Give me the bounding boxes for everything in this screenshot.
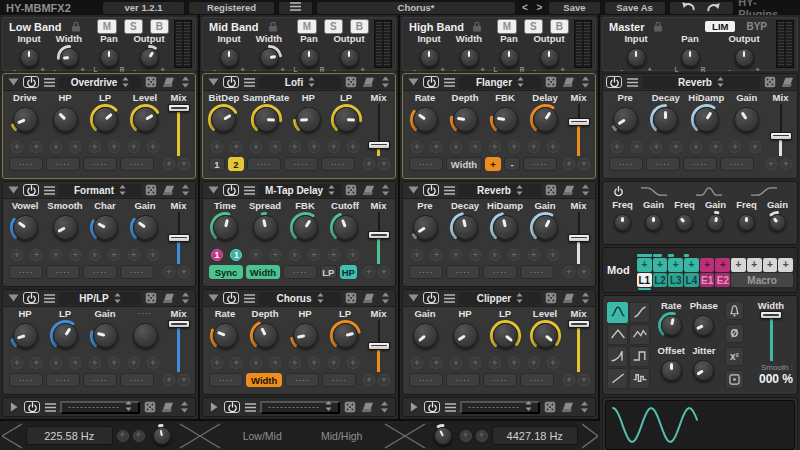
mod-assign-button[interactable]: ···· [409,373,443,387]
bypass-button[interactable]: B [550,19,569,34]
mod-assign-button[interactable]: ···· [446,373,480,387]
dice-icon[interactable] [544,76,558,89]
mod-assign-button[interactable]: ···· [483,265,517,279]
slider-handle[interactable] [568,320,590,328]
1-button[interactable]: 1 [209,157,225,171]
save-button[interactable]: Save [549,2,599,14]
updown-icon[interactable] [577,401,591,414]
pan-knob[interactable]: LR [296,44,323,71]
eq-freq2-knob[interactable] [672,210,697,235]
fbk-knob[interactable] [289,211,322,244]
vowel-knob[interactable] [9,211,42,244]
mod-slot-plus[interactable]: + [450,249,462,261]
hp-knob[interactable] [449,319,482,352]
tab-lfo4[interactable]: L4 [684,273,699,287]
mod-assign-button[interactable]: ···· [120,265,154,279]
hp-knob[interactable] [9,319,42,352]
input-knob[interactable]: -+ [216,44,243,71]
mod-slot-plus[interactable]: + [269,141,281,153]
prev-page-button[interactable]: + [563,266,575,278]
mod-slot-plus[interactable]: + [289,141,301,153]
dice-icon[interactable] [544,292,558,305]
mod-slot-plus[interactable]: + [528,249,540,261]
lfo-wave-sine[interactable] [607,302,628,323]
expand-icon[interactable] [207,401,221,414]
power-button[interactable] [424,401,440,413]
mod-slot-plus[interactable]: + [211,357,223,369]
mod-slot-plus[interactable]: + [50,249,62,261]
mod-slot-plus[interactable]: + [489,141,501,153]
eraser-icon[interactable] [560,401,574,414]
eraser-icon[interactable] [361,184,375,197]
mod-slot-plus[interactable]: + [430,357,442,369]
lfo-wave-step-random[interactable] [629,368,650,389]
mod-slot-plus[interactable]: + [69,357,81,369]
collapse-icon[interactable] [206,76,220,89]
lfo-wave-triangle[interactable] [607,324,628,345]
gain-knob[interactable] [129,211,162,244]
width-button[interactable]: Width [246,373,282,387]
collapse-icon[interactable] [406,76,420,89]
mod-slot-plus[interactable]: + [411,249,423,261]
effect-selector[interactable]: Clipper [459,292,541,305]
mod-slot-plus[interactable]: + [147,249,159,261]
prev-page-button[interactable]: + [563,158,575,170]
mod-slot-plus[interactable]: + [347,141,359,153]
mod-slot-plus[interactable]: + [469,141,481,153]
mod-slot-plus[interactable]: + [489,249,501,261]
eq-freq1-knob[interactable] [610,210,635,235]
menu-icon[interactable] [42,184,56,197]
plus-button[interactable]: + [485,157,501,171]
effect-selector[interactable]: ------------- [60,401,140,414]
menu-icon[interactable] [42,76,56,89]
bypass-button[interactable]: B [350,19,369,34]
mod-assign-button[interactable]: ···· [446,265,480,279]
mid-high-crossover-knob[interactable] [430,423,456,449]
prev-page-button[interactable]: + [363,374,375,386]
input-knob[interactable]: -+ [416,44,443,71]
mod-slot-plus[interactable]: + [89,357,101,369]
lfo-offset-knob[interactable] [657,356,686,385]
mute-button[interactable]: M [497,19,517,34]
next-page-button[interactable]: + [780,158,792,170]
dice-icon[interactable] [143,401,157,414]
redo-icon[interactable] [706,2,721,13]
next-page-button[interactable]: + [378,266,390,278]
mod-assign-button[interactable]: ···· [247,157,281,171]
mod-slot-plus[interactable]: + [308,357,320,369]
updown-icon[interactable] [178,184,192,197]
width-knob[interactable]: -+ [256,44,283,71]
mod-slot-plus[interactable]: + [528,141,540,153]
power-button[interactable] [23,76,39,88]
collapse-icon[interactable] [206,292,220,305]
mod-slot-plus[interactable]: + [650,141,662,153]
mod-assign-button[interactable]: ···· [683,157,717,171]
lp-knob[interactable] [89,103,122,136]
gain-knob[interactable] [409,319,442,352]
knob[interactable] [149,423,175,449]
random-icon[interactable] [725,370,744,389]
menu-icon[interactable] [242,184,256,197]
freq-knob[interactable] [672,210,697,235]
env2-assign-button[interactable]: + [715,258,730,272]
mod-slot-plus[interactable]: + [69,249,81,261]
mod-slot-plus[interactable]: + [450,141,462,153]
dice-icon[interactable] [144,76,158,89]
updown-icon[interactable] [578,76,592,89]
lock-icon[interactable] [69,20,83,33]
next-preset-button[interactable]: > [535,2,545,13]
lfo-wave-exp-ramp[interactable] [607,346,628,367]
mod-slot-plus[interactable]: + [11,141,23,153]
gain-knob[interactable] [641,210,666,235]
mod-slot-plus[interactable]: + [411,141,423,153]
mod-slot-plus[interactable]: + [508,249,520,261]
lock-icon[interactable] [266,20,280,33]
mod-slot-plus[interactable]: + [469,357,481,369]
mod-slot-plus[interactable]: + [749,141,761,153]
macro1-assign-button[interactable]: + [731,258,746,272]
delay-knob[interactable] [529,103,562,136]
menu-icon[interactable] [242,292,256,305]
power-button[interactable] [23,184,39,196]
mod-slot-plus[interactable]: + [50,141,62,153]
mod-assign-button[interactable]: ···· [720,157,754,171]
